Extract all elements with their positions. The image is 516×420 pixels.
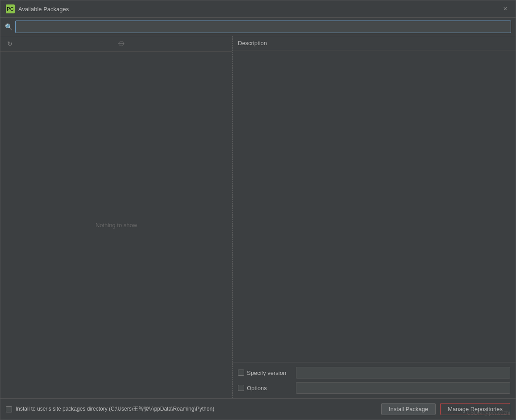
options-row: Options bbox=[238, 382, 510, 394]
options-input[interactable] bbox=[296, 382, 510, 394]
install-to-user-label: Install to user's site packages director… bbox=[16, 405, 214, 413]
right-bottom: Specify version Options bbox=[233, 362, 516, 398]
title-bar: PC Available Packages × bbox=[0, 0, 516, 18]
main-content: ↻ ⦵ Nothing to show Description Specify … bbox=[0, 36, 516, 398]
watermark: CSDN @peacezhi bbox=[466, 410, 510, 416]
version-dropdown-wrapper bbox=[296, 367, 510, 378]
refresh-button[interactable]: ↻ bbox=[5, 39, 15, 49]
search-bar: 🔍 bbox=[0, 18, 516, 36]
right-panel: Description Specify version bbox=[233, 36, 516, 398]
specify-version-row: Specify version bbox=[238, 367, 510, 378]
version-dropdown[interactable] bbox=[296, 367, 510, 378]
bottom-bar: Install to user's site packages director… bbox=[0, 398, 516, 420]
title-left: PC Available Packages bbox=[6, 4, 69, 13]
specify-version-checkbox[interactable] bbox=[238, 370, 244, 376]
specify-version-label[interactable]: Specify version bbox=[238, 370, 291, 376]
available-packages-dialog: PC Available Packages × 🔍 ↻ ⦵ N bbox=[0, 0, 516, 420]
install-checkbox-row: Install to user's site packages director… bbox=[6, 405, 377, 413]
close-button[interactable]: × bbox=[500, 4, 510, 14]
app-icon: PC bbox=[6, 4, 15, 13]
dialog-title: Available Packages bbox=[18, 6, 69, 12]
search-icon: 🔍 bbox=[5, 23, 12, 30]
nothing-to-show-label: Nothing to show bbox=[96, 222, 137, 229]
options-label[interactable]: Options bbox=[238, 385, 291, 391]
package-list: Nothing to show bbox=[0, 52, 232, 398]
install-package-button[interactable]: Install Package bbox=[381, 403, 436, 415]
left-panel: ↻ ⦵ Nothing to show bbox=[0, 36, 233, 398]
search-input[interactable] bbox=[15, 21, 511, 33]
loading-spinner: ⦵ bbox=[118, 40, 125, 48]
description-content bbox=[233, 50, 516, 362]
left-toolbar: ↻ ⦵ bbox=[0, 36, 232, 52]
options-checkbox[interactable] bbox=[238, 385, 244, 391]
description-header: Description bbox=[233, 36, 516, 50]
install-to-user-checkbox[interactable] bbox=[6, 406, 12, 412]
